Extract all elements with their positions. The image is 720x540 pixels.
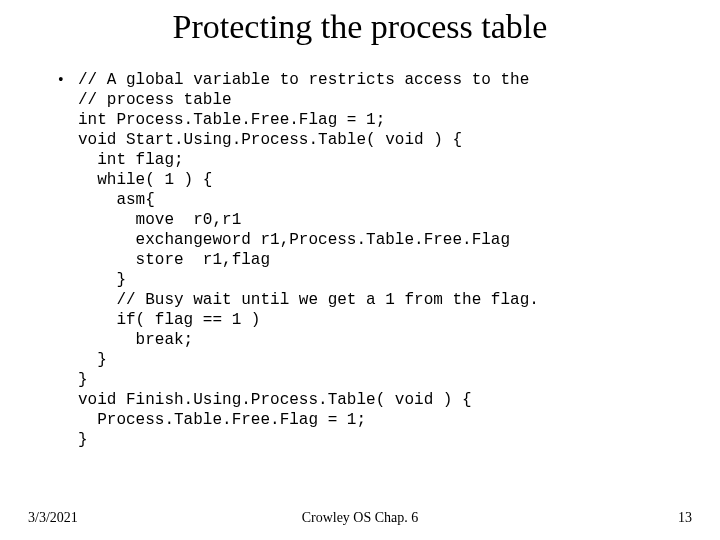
bullet-item: • // A global variable to restricts acce… <box>58 70 678 450</box>
slide-body: • // A global variable to restricts acce… <box>58 70 678 450</box>
footer-center: Crowley OS Chap. 6 <box>0 510 720 526</box>
slide-title: Protecting the process table <box>0 8 720 46</box>
code-block: // A global variable to restricts access… <box>78 70 539 450</box>
slide: Protecting the process table • // A glob… <box>0 0 720 540</box>
bullet-marker: • <box>58 70 78 90</box>
footer-page-number: 13 <box>678 510 692 526</box>
